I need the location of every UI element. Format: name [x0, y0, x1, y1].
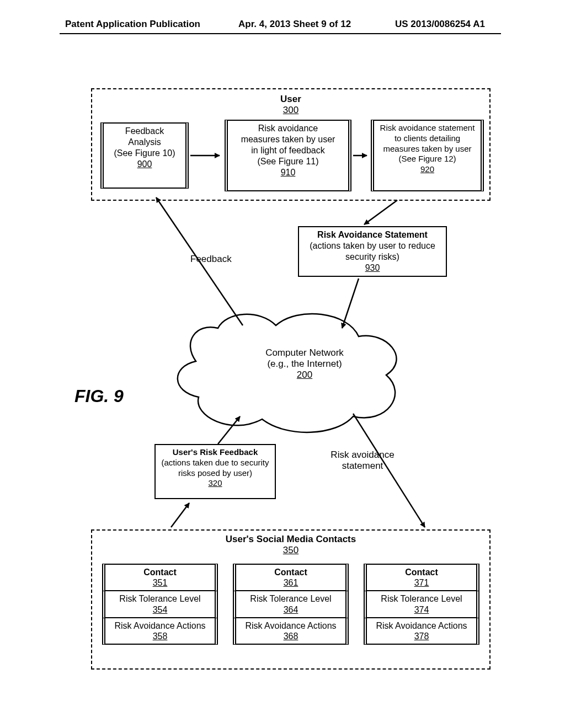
c3-cref: 371 — [414, 578, 429, 587]
contact-3-header: Contact 371 — [364, 564, 479, 591]
cloud-l2: (e.g., the Internet) — [267, 358, 342, 369]
fa-l1: Feedback — [125, 126, 164, 136]
rs-l2: to clients detailing — [395, 133, 460, 143]
urf-box: User's Risk Feedback (actions taken due … — [154, 444, 276, 499]
rm-ref: 910 — [281, 168, 296, 177]
rm-l1: Risk avoidance — [258, 124, 318, 133]
c3-contact: Contact — [405, 568, 438, 577]
c2-raa: Risk Avoidance Actions — [245, 621, 336, 630]
fa-l3: (See Figure 10) — [114, 148, 175, 158]
contacts-panel-title: User's Social Media Contacts 350 — [92, 534, 489, 556]
header-right: US 2013/0086254 A1 — [395, 19, 485, 30]
c1-rtl: Risk Tolerance Level — [119, 594, 200, 603]
svg-line-7 — [171, 503, 189, 527]
fa-ref: 900 — [137, 159, 152, 169]
contact-2-raa: Risk Avoidance Actions 368 — [233, 618, 349, 645]
svg-line-2 — [364, 200, 397, 224]
risk-measures-box: Risk avoidance measures taken by user in… — [225, 120, 351, 191]
c2-rtl: Risk Tolerance Level — [250, 594, 331, 603]
rs-ref: 920 — [420, 164, 434, 174]
ras-title: Risk Avoidance Statement — [317, 230, 428, 239]
rs-l4: (See Figure 12) — [398, 154, 456, 163]
rm-l4: (See Figure 11) — [257, 157, 318, 166]
ras-box: Risk Avoidance Statement (actions taken … — [298, 226, 447, 277]
urf-ref: 320 — [208, 478, 222, 488]
ras-desc: (actions taken by user to reduce securit… — [310, 241, 435, 261]
user-panel: User 300 Feedback Analysis (See Figure 1… — [91, 88, 491, 201]
header-mid: Apr. 4, 2013 Sheet 9 of 12 — [238, 19, 351, 30]
contact-col-1: Contact 351 Risk Tolerance Level 354 Ris… — [102, 564, 218, 663]
c1-cref: 351 — [153, 578, 168, 587]
contact-1-header: Contact 351 — [102, 564, 218, 591]
contact-2-header: Contact 361 — [233, 564, 349, 591]
c2-rtlref: 364 — [284, 605, 299, 614]
ras-ref: 930 — [365, 263, 380, 272]
feedback-label: Feedback — [190, 254, 232, 265]
c2-contact: Contact — [274, 568, 307, 577]
rm-l3: in light of feedback — [251, 146, 324, 155]
cloud-l1: Computer Network — [265, 347, 344, 358]
feedback-analysis-box: Feedback Analysis (See Figure 10) 900 — [100, 122, 189, 189]
contact-3-rtl: Risk Tolerance Level 374 — [364, 591, 479, 618]
fa-l2: Analysis — [128, 137, 161, 147]
svg-line-3 — [342, 279, 359, 328]
urf-desc: (actions taken due to security risks pos… — [161, 458, 269, 478]
risk-statement-box: Risk avoidance statement to clients deta… — [371, 120, 484, 191]
contact-1-raa: Risk Avoidance Actions 358 — [102, 618, 218, 645]
contact-1-rtl: Risk Tolerance Level 354 — [102, 591, 218, 618]
rs-l1: Risk avoidance statement — [380, 123, 475, 132]
contact-col-3: Contact 371 Risk Tolerance Level 374 Ris… — [364, 564, 479, 663]
header-left: Patent Application Publication — [65, 19, 200, 30]
rs-l3: measures taken by user — [383, 144, 471, 153]
contact-col-2: Contact 361 Risk Tolerance Level 364 Ris… — [233, 564, 349, 663]
user-title-ref: 300 — [283, 105, 299, 115]
user-title-text: User — [280, 94, 301, 104]
contacts-title-text: User's Social Media Contacts — [226, 534, 356, 544]
figure-label: FIG. 9 — [74, 386, 124, 406]
svg-line-5 — [218, 416, 240, 444]
c3-rtlref: 374 — [414, 605, 429, 614]
c2-raaref: 368 — [284, 631, 299, 641]
c1-raa: Risk Avoidance Actions — [114, 621, 205, 630]
cloud-ref: 200 — [297, 370, 312, 380]
contact-3-raa: Risk Avoidance Actions 378 — [364, 618, 479, 645]
contact-2-rtl: Risk Tolerance Level 364 — [233, 591, 349, 618]
rm-l2: measures taken by user — [241, 135, 335, 144]
page: Patent Application Publication Apr. 4, 2… — [0, 0, 565, 728]
ras-free-label: Risk avoidance statement — [321, 449, 404, 472]
c1-rtlref: 354 — [153, 605, 168, 614]
contacts-panel: User's Social Media Contacts 350 Contact… — [91, 529, 491, 670]
c3-raa: Risk Avoidance Actions — [376, 621, 467, 630]
cloud-label: Computer Network (e.g., the Internet) 20… — [249, 347, 360, 381]
c1-contact: Contact — [143, 568, 177, 577]
contacts-title-ref: 350 — [283, 545, 299, 555]
c1-raaref: 358 — [153, 631, 168, 641]
c3-rtl: Risk Tolerance Level — [381, 594, 462, 603]
c2-cref: 361 — [284, 578, 299, 587]
user-panel-title: User 300 — [92, 94, 489, 116]
header-rule — [60, 33, 501, 34]
c3-raaref: 378 — [414, 631, 429, 641]
urf-title: User's Risk Feedback — [173, 447, 258, 457]
